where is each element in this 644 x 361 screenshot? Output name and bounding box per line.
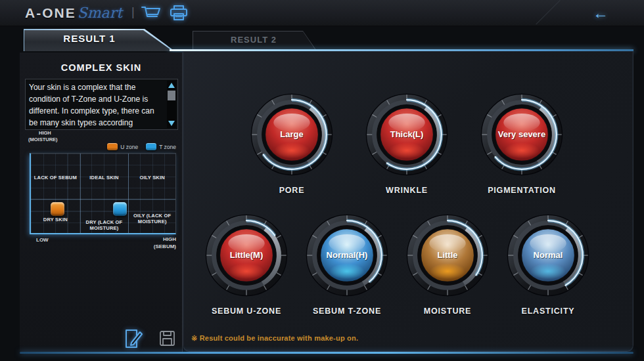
- skin-description-text: Your skin is a complex that the conditio…: [29, 81, 162, 129]
- chart-cell-label: LACK OF SEBUM: [31, 175, 80, 180]
- gauge-dial-pore[interactable]: LargeLarge: [249, 92, 334, 180]
- gauge-label-sebum-u-zone: SEBUM U-ZONE: [212, 307, 281, 316]
- legend-item-t-zone: T zone: [146, 143, 176, 150]
- gauge-label-moisture: MOISTURE: [424, 307, 471, 316]
- gauge-dial-sebum-u-zone[interactable]: Little(M)Little(M): [204, 213, 289, 301]
- tab-result-1-label[interactable]: RESULT 1: [24, 33, 155, 44]
- save-icon[interactable]: [159, 330, 175, 347]
- x-axis-low: LOW: [36, 237, 49, 243]
- gauge-pore: LargeLargePORE: [249, 92, 334, 195]
- gauge-label-pigmentation: PIGMENTATION: [488, 186, 556, 195]
- gauge-dial-pigmentation[interactable]: Very severeVery severe: [479, 92, 564, 180]
- top-bar: A-ONE Smart | ←: [0, 0, 644, 26]
- skin-description-box[interactable]: Your skin is a complex that the conditio…: [25, 79, 178, 130]
- chart-cell-label: IDEAL SKIN: [80, 175, 129, 180]
- gauge-elasticity: NormalNormalELASTICITY: [505, 213, 591, 316]
- chart-cell-label: OILY SKIN: [128, 175, 176, 180]
- app-logo: A-ONE Smart: [25, 5, 122, 21]
- makeup-disclaimer: ※ Result could be inaccurate with make-u…: [191, 334, 358, 343]
- svg-text:Little: Little: [437, 250, 457, 260]
- bottom-accent-line: [20, 352, 633, 354]
- edit-note-icon[interactable]: [124, 328, 143, 349]
- chart-cell-label: DRY (LACK OF MOISTURE): [80, 219, 129, 231]
- skin-type-title: COMPLEX SKIN: [20, 62, 183, 73]
- gauge-label-sebum-t-zone: SEBUM T-ZONE: [313, 307, 381, 316]
- gauge-dial-elasticity[interactable]: NormalNormal: [505, 213, 591, 301]
- chart-legend: U zoneT zone: [20, 143, 176, 150]
- legend-label: U zone: [120, 144, 138, 150]
- left-panel-toolbar: [20, 328, 183, 352]
- svg-text:Little(M): Little(M): [230, 250, 264, 260]
- gauge-row-top: LargeLargePOREThick(L)Thick(L)WRINKLEVer…: [183, 92, 564, 195]
- gauge-dial-moisture[interactable]: LittleLittle: [405, 213, 490, 301]
- gauge-sebum-t-zone: Normal(H)Normal(H)SEBUM T-ZONE: [304, 213, 390, 316]
- scroll-up-icon[interactable]: [168, 81, 175, 89]
- gauge-moisture: LittleLittleMOISTURE: [405, 213, 490, 316]
- gauge-dial-sebum-t-zone[interactable]: Normal(H)Normal(H): [304, 213, 390, 301]
- svg-text:Very severe: Very severe: [498, 129, 545, 139]
- skin-type-chart: LACK OF SEBUMIDEAL SKINOILY SKINDRY SKIN…: [30, 153, 176, 234]
- x-axis-high: HIGH(SEBUM): [130, 236, 176, 250]
- cart-icon[interactable]: [141, 5, 162, 22]
- result-summary-panel: COMPLEX SKIN Your skin is a complex that…: [20, 53, 183, 352]
- t-zone-marker: [113, 202, 127, 216]
- grid-divider: [31, 199, 175, 200]
- header-divider: |: [131, 5, 135, 19]
- svg-text:Normal: Normal: [534, 250, 563, 260]
- legend-label: T zone: [159, 144, 176, 150]
- back-arrow-icon[interactable]: ←: [593, 4, 609, 22]
- logo-text-primary: A-ONE: [25, 5, 76, 21]
- y-axis-label: HIGH (MOISTURE): [28, 130, 58, 143]
- u-zone-marker: [51, 202, 64, 216]
- description-scrollbar[interactable]: [167, 81, 176, 128]
- gauge-dial-wrinkle[interactable]: Thick(L)Thick(L): [364, 92, 449, 180]
- svg-text:Normal(H): Normal(H): [327, 250, 368, 260]
- scroll-down-icon[interactable]: [168, 119, 175, 127]
- svg-text:Large: Large: [280, 129, 303, 139]
- legend-swatch-icon: [146, 143, 156, 150]
- legend-item-u-zone: U zone: [107, 143, 138, 150]
- gauge-label-wrinkle: WRINKLE: [386, 186, 428, 195]
- gauge-row-bottom: Little(M)Little(M)SEBUM U-ZONENormal(H)N…: [183, 213, 591, 316]
- gauge-pigmentation: Very severeVery severePIGMENTATION: [479, 92, 564, 195]
- legend-swatch-icon: [107, 143, 118, 150]
- header-diagonal-decoration: [536, 0, 560, 24]
- chart-cell-label: OILY (LACK OF MOISTURE): [128, 213, 176, 224]
- y-axis-unit: (MOISTURE): [28, 137, 58, 143]
- gauge-label-pore: PORE: [279, 186, 305, 195]
- tab-result-2-label[interactable]: RESULT 2: [193, 35, 315, 45]
- y-axis-high: HIGH: [28, 130, 58, 137]
- gauge-label-elasticity: ELASTICITY: [522, 307, 575, 316]
- scrollbar-thumb[interactable]: [168, 91, 175, 100]
- chart-cell-label: DRY SKIN: [31, 217, 80, 223]
- gauge-results-panel: LargeLargePOREThick(L)Thick(L)WRINKLEVer…: [183, 51, 633, 352]
- logo-text-script: Smart: [78, 5, 122, 21]
- gauge-sebum-u-zone: Little(M)Little(M)SEBUM U-ZONE: [204, 213, 289, 316]
- svg-text:Thick(L): Thick(L): [390, 129, 424, 139]
- gauge-wrinkle: Thick(L)Thick(L)WRINKLE: [364, 92, 449, 195]
- printer-icon[interactable]: [168, 5, 189, 22]
